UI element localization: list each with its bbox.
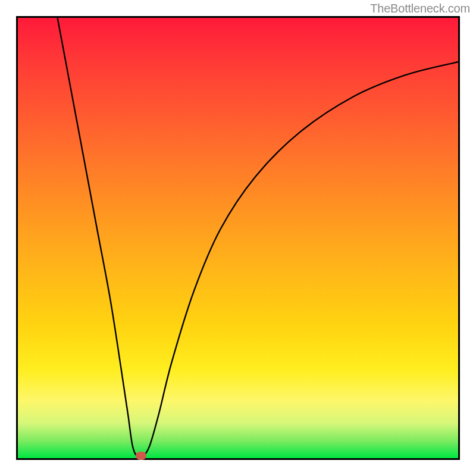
curve-svg xyxy=(18,18,458,458)
chart-frame: TheBottleneck.com xyxy=(0,0,476,476)
minimum-marker xyxy=(136,452,146,460)
watermark-text: TheBottleneck.com xyxy=(370,2,470,15)
curve-path xyxy=(58,18,458,458)
plot-area xyxy=(16,16,460,460)
